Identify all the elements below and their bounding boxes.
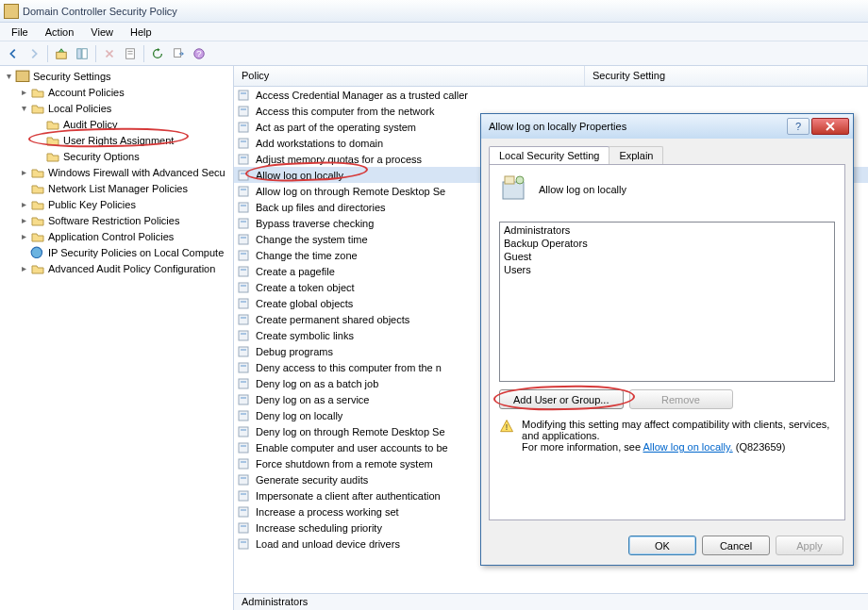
tab-explain[interactable]: Explain (609, 146, 663, 164)
svg-rect-36 (241, 285, 246, 287)
menu-action[interactable]: Action (38, 25, 82, 40)
members-listbox[interactable]: AdministratorsBackup OperatorsGuestUsers (499, 222, 835, 382)
tree-account-policies[interactable]: ▸Account Policies (0, 84, 233, 100)
member-item[interactable]: Backup Operators (504, 238, 830, 251)
tree-local-policies[interactable]: ▾Local Policies (0, 100, 233, 116)
tree-label: User Rights Assignment (63, 135, 174, 146)
tree-label: Security Settings (33, 71, 111, 82)
policy-icon (238, 169, 253, 182)
svg-rect-65 (239, 523, 248, 533)
forward-button[interactable] (25, 44, 43, 63)
svg-rect-68 (241, 541, 246, 543)
tree-network-list[interactable]: Network List Manager Policies (0, 180, 233, 196)
menu-file[interactable]: File (4, 25, 36, 40)
folder-icon (30, 86, 45, 99)
tree-windows-firewall[interactable]: ▸Windows Firewall with Advanced Secu (0, 164, 233, 180)
menu-view[interactable]: View (83, 25, 121, 40)
help-button[interactable]: ? (190, 44, 209, 63)
warning-icon: ! (499, 419, 514, 437)
sep (143, 45, 144, 62)
member-item[interactable]: Guest (504, 251, 830, 264)
warn-link[interactable]: Allow log on locally. (643, 441, 733, 453)
col-policy[interactable]: Policy (234, 66, 585, 86)
dialog-titlebar[interactable]: Allow log on locally Properties ? (481, 114, 853, 139)
window-titlebar: Domain Controller Security Policy (0, 0, 868, 23)
folder-icon (30, 230, 45, 243)
svg-rect-23 (239, 187, 248, 196)
svg-rect-55 (239, 443, 248, 453)
svg-rect-15 (239, 123, 248, 132)
tree-root[interactable]: ▾Security Settings (0, 68, 233, 84)
svg-rect-2 (82, 48, 87, 58)
ok-button[interactable]: OK (628, 536, 696, 555)
member-item[interactable]: Users (504, 264, 830, 277)
close-button[interactable] (811, 118, 849, 135)
svg-rect-42 (241, 333, 246, 335)
svg-rect-46 (241, 365, 246, 367)
svg-rect-12 (241, 92, 246, 94)
menu-help[interactable]: Help (123, 25, 159, 40)
tree-ip-security[interactable]: IP Security Policies on Local Compute (0, 244, 233, 260)
show-hide-tree-button[interactable] (73, 44, 92, 63)
tree-public-key[interactable]: ▸Public Key Policies (0, 196, 233, 212)
col-setting[interactable]: Security Setting (585, 66, 868, 86)
tree-pane[interactable]: ▾Security Settings ▸Account Policies ▾Lo… (0, 66, 234, 610)
remove-button[interactable]: Remove (629, 389, 733, 409)
folder-icon (30, 214, 45, 227)
svg-text:?: ? (196, 47, 201, 58)
add-user-group-button[interactable]: Add User or Group... (499, 389, 624, 409)
svg-rect-50 (241, 397, 246, 399)
policy-label: Enable computer and user accounts to be (256, 442, 448, 453)
tree-software-restriction[interactable]: ▸Software Restriction Policies (0, 212, 233, 228)
policy-icon (238, 233, 253, 246)
svg-rect-62 (241, 493, 246, 495)
refresh-button[interactable] (148, 44, 167, 63)
policy-icon (238, 329, 253, 342)
svg-text:!: ! (506, 422, 508, 432)
member-item[interactable]: Administrators (504, 224, 830, 238)
svg-rect-24 (241, 189, 246, 190)
policy-label: Load and unload device drivers (256, 538, 400, 550)
svg-rect-26 (241, 205, 246, 206)
tree-audit-policy[interactable]: Audit Policy (0, 116, 233, 132)
tab-local-security[interactable]: Local Security Setting (489, 146, 609, 164)
statusbar: Administrators (234, 593, 868, 610)
up-button[interactable] (52, 44, 71, 63)
policy-label: Change the time zone (256, 250, 358, 261)
dialog-button-row: OK Cancel Apply (628, 536, 843, 555)
tree-label: Security Options (63, 151, 140, 162)
svg-rect-33 (239, 267, 248, 276)
tree-label: Software Restriction Policies (48, 215, 179, 226)
tree-label: Windows Firewall with Advanced Secu (48, 167, 225, 178)
delete-button[interactable] (100, 44, 119, 63)
policy-icon (238, 217, 253, 230)
svg-rect-1 (77, 48, 81, 58)
svg-rect-59 (239, 475, 248, 485)
svg-rect-60 (241, 477, 246, 479)
properties-button[interactable] (121, 44, 140, 63)
policy-label: Access Credential Manager as a trusted c… (256, 90, 468, 101)
svg-rect-51 (239, 411, 248, 420)
cancel-button[interactable]: Cancel (702, 536, 770, 555)
warning-text: Modifying this setting may affect compat… (522, 419, 835, 453)
back-button[interactable] (4, 44, 23, 63)
svg-rect-27 (239, 219, 248, 228)
export-button[interactable] (169, 44, 188, 63)
tree-app-control[interactable]: ▸Application Control Policies (0, 228, 233, 244)
policy-icon (238, 425, 253, 438)
help-button[interactable]: ? (787, 118, 810, 135)
tree-label: Network List Manager Policies (48, 183, 188, 194)
tree-security-options[interactable]: Security Options (0, 148, 233, 164)
svg-rect-11 (239, 91, 248, 100)
warn-line1: Modifying this setting may affect compat… (522, 419, 829, 441)
apply-button[interactable]: Apply (776, 536, 843, 555)
tree-advanced-audit[interactable]: ▸Advanced Audit Policy Configuration (0, 260, 233, 276)
tree-user-rights-assignment[interactable]: User Rights Assignment (0, 132, 233, 148)
policy-row[interactable]: Access Credential Manager as a trusted c… (234, 87, 868, 103)
policy-label: Debug programs (256, 346, 333, 357)
policy-icon (238, 361, 253, 374)
svg-rect-40 (241, 317, 246, 319)
tree-label: Local Policies (48, 103, 111, 114)
policy-label: Deny log on as a service (256, 394, 369, 405)
svg-rect-63 (239, 507, 248, 517)
